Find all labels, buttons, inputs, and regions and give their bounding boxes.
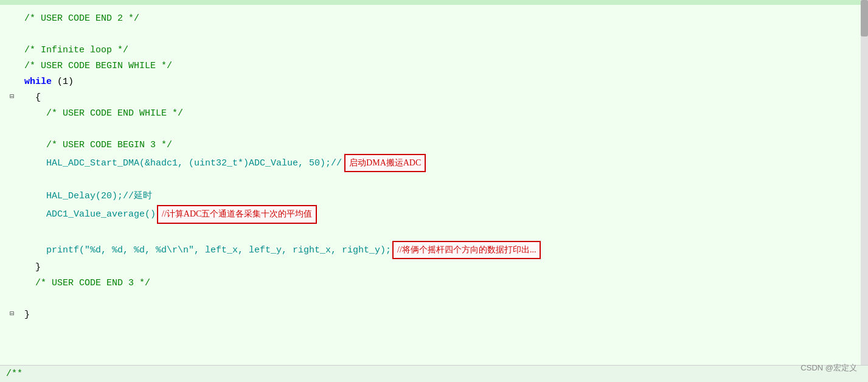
code-line-printf: printf("%d, %d, %d, %d\r\n", left_x, lef…	[0, 240, 868, 260]
bottom-comment: /**	[6, 369, 23, 379]
code-line-3: /* USER CODE BEGIN WHILE */	[0, 58, 868, 74]
code-line-adc-avg: ADC1_Value_average()//计算ADC五个通道各采集十次的平均值	[0, 204, 868, 224]
code-editor: /* USER CODE END 2 */ /* Infinite loop *…	[0, 0, 868, 382]
code-line-brace-open: ⊟ {	[0, 90, 868, 106]
code-line-while: while (1)	[0, 74, 868, 90]
code-line-blank1	[0, 27, 868, 43]
code-line-blank3	[0, 173, 868, 189]
code-token: ADC1_Value_average()	[24, 207, 156, 222]
code-token: (1)	[52, 75, 74, 89]
code-token: }	[24, 308, 30, 322]
code-token: {	[24, 91, 41, 105]
code-line-brace-close: }	[0, 260, 868, 276]
code-line-4: /* USER CODE END WHILE */	[0, 106, 868, 122]
code-line-2: /* Infinite loop */	[0, 43, 868, 58]
scrollbar-vertical[interactable]	[861, 0, 868, 382]
code-line-6: /* USER CODE END 3 */	[0, 276, 868, 291]
annotation-printf: //将俩个摇杆四个方向的数据打印出...	[392, 241, 541, 259]
code-token: /* USER CODE BEGIN WHILE */	[24, 59, 172, 74]
annotation-dma: 启动DMA搬运ADC	[344, 154, 426, 172]
code-line-hal-delay: HAL_Delay(20);//延时	[0, 189, 868, 204]
code-token: }	[24, 260, 41, 275]
code-line-blank2	[0, 122, 868, 137]
keyword-while: while	[24, 75, 52, 89]
code-line-blank5	[0, 291, 868, 307]
csdn-watermark: CSDN @宏定义	[800, 363, 857, 373]
code-token: /* USER CODE END WHILE */	[24, 106, 183, 121]
code-line-5: /* USER CODE BEGIN 3 */	[0, 137, 868, 153]
bracket-indicator2: ⊟	[10, 308, 14, 320]
top-bar	[0, 0, 868, 5]
bottom-bar: /**	[0, 365, 868, 382]
code-token: printf("%d, %d, %d, %d\r\n", left_x, lef…	[24, 243, 391, 258]
code-token: /* USER CODE BEGIN 3 */	[24, 138, 172, 153]
code-line-hal-adc: HAL_ADC_Start_DMA(&hadc1, (uint32_t*)ADC…	[0, 153, 868, 173]
annotation-avg: //计算ADC五个通道各采集十次的平均值	[157, 205, 317, 223]
code-line-blank4	[0, 224, 868, 240]
code-token: HAL_ADC_Start_DMA(&hadc1, (uint32_t*)ADC…	[24, 156, 342, 171]
code-token: /* USER CODE END 2 */	[24, 12, 139, 26]
scrollbar-thumb[interactable]	[861, 0, 868, 36]
bracket-indicator: ⊟	[10, 91, 14, 103]
code-line-1: /* USER CODE END 2 */	[0, 11, 868, 27]
code-token: /* USER CODE END 3 */	[24, 276, 150, 291]
code-token: /* Infinite loop */	[24, 43, 128, 58]
code-line-main-brace-close: ⊟ }	[0, 307, 868, 323]
code-token: HAL_Delay(20);//延时	[24, 189, 152, 204]
